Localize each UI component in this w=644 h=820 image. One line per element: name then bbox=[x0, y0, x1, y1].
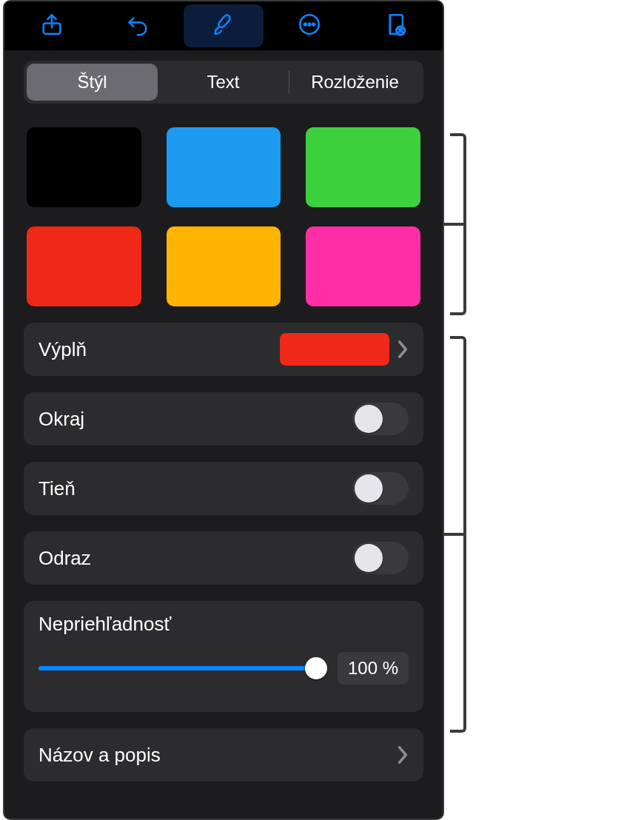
format-brush-button[interactable] bbox=[184, 4, 264, 47]
swatch-black[interactable] bbox=[27, 127, 141, 207]
fill-label: Výplň bbox=[38, 338, 280, 361]
svg-point-2 bbox=[304, 24, 306, 26]
chevron-right-icon bbox=[397, 745, 409, 764]
tab-layout[interactable]: Rozloženie bbox=[289, 64, 420, 101]
slider-thumb[interactable] bbox=[305, 657, 327, 679]
more-button[interactable] bbox=[269, 4, 349, 47]
brush-icon bbox=[211, 12, 236, 40]
shadow-row[interactable]: Tieň bbox=[24, 462, 423, 515]
callout-swatches bbox=[450, 133, 466, 315]
swatch-pink[interactable] bbox=[306, 226, 420, 306]
svg-point-4 bbox=[312, 24, 315, 26]
shadow-label: Tieň bbox=[38, 477, 352, 500]
opacity-label: Nepriehľadnosť bbox=[38, 613, 409, 636]
fill-row[interactable]: Výplň bbox=[24, 323, 423, 376]
border-toggle[interactable] bbox=[352, 403, 409, 435]
chevron-right-icon bbox=[397, 340, 409, 359]
presenter-icon bbox=[383, 12, 408, 40]
style-swatch-grid bbox=[4, 112, 443, 318]
opacity-slider[interactable] bbox=[38, 658, 326, 679]
reflection-label: Odraz bbox=[38, 547, 352, 570]
undo-icon bbox=[125, 12, 150, 40]
presenter-notes-button[interactable] bbox=[355, 4, 435, 47]
tab-text[interactable]: Text bbox=[158, 64, 289, 101]
format-inspector-panel: Štýl Text Rozloženie Výplň bbox=[3, 0, 444, 820]
callout-properties bbox=[450, 336, 466, 733]
opacity-value[interactable]: 100 % bbox=[338, 652, 409, 685]
caption-row[interactable]: Názov a popis bbox=[24, 728, 423, 782]
border-label: Okraj bbox=[38, 408, 352, 431]
top-toolbar bbox=[4, 1, 443, 50]
fill-color-chip bbox=[280, 333, 389, 366]
shadow-toggle[interactable] bbox=[352, 472, 409, 505]
tab-style[interactable]: Štýl bbox=[27, 64, 158, 101]
reflection-row[interactable]: Odraz bbox=[24, 531, 423, 585]
svg-point-3 bbox=[309, 24, 311, 26]
more-icon bbox=[297, 12, 322, 40]
swatch-red[interactable] bbox=[27, 226, 141, 306]
swatch-orange[interactable] bbox=[167, 226, 281, 306]
caption-label: Názov a popis bbox=[38, 744, 397, 767]
swatch-blue[interactable] bbox=[167, 127, 281, 207]
border-row[interactable]: Okraj bbox=[24, 392, 423, 446]
opacity-row: Nepriehľadnosť 100 % bbox=[24, 601, 423, 712]
share-button[interactable] bbox=[12, 4, 92, 47]
reflection-toggle[interactable] bbox=[352, 542, 409, 574]
share-icon bbox=[39, 12, 64, 40]
swatch-green[interactable] bbox=[306, 127, 420, 207]
undo-button[interactable] bbox=[98, 4, 178, 47]
inspector-tabs: Štýl Text Rozloženie bbox=[24, 61, 423, 104]
